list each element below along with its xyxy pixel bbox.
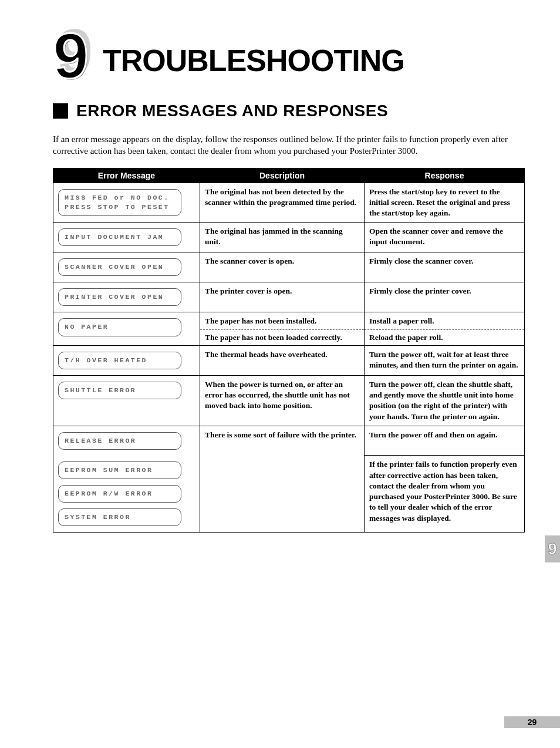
lcd-panel: PRINTER COVER OPEN <box>58 288 181 306</box>
response-cell: Turn the power off, clean the shuttle sh… <box>365 375 525 426</box>
table-row: INPUT DOCUMENT JAM The original has jamm… <box>53 223 525 252</box>
section-title: ERROR MESSAGES AND RESPONSES <box>76 102 388 120</box>
description-cell: The original has not been detected by th… <box>200 183 365 223</box>
description-cell: When the power is turned on, or after an… <box>200 375 365 426</box>
response-cell: If the printer fails to function properl… <box>365 456 525 533</box>
lcd-panel: MISS FED or NO DOC. PRESS STOP TO PESET <box>58 189 181 216</box>
message-cell: EEPROM SUM ERROR EEPROM R/W ERROR SYSTEM… <box>53 456 200 533</box>
page-number: 29 <box>528 717 537 727</box>
table-row: SHUTTLE ERROR When the power is turned o… <box>53 375 525 426</box>
lcd-panel: EEPROM SUM ERROR <box>58 461 181 479</box>
header-description: Description <box>200 168 365 183</box>
message-cell: SHUTTLE ERROR <box>53 375 200 426</box>
dashed-divider <box>365 329 524 330</box>
lcd-panel: SCANNER COVER OPEN <box>58 258 181 276</box>
response-cell: Install a paper roll. Reload the paper r… <box>365 312 525 345</box>
chapter-title: TROUBLESHOOTING <box>103 45 404 79</box>
table-row: MISS FED or NO DOC. PRESS STOP TO PESET … <box>53 183 525 223</box>
response-cell: Firmly close the scanner cover. <box>365 252 525 282</box>
lcd-panel: NO PAPER <box>58 318 181 336</box>
side-tab-number: 9 <box>548 540 557 558</box>
message-cell: PRINTER COVER OPEN <box>53 282 200 312</box>
response-cell: Turn the power off, wait for at least th… <box>365 345 525 375</box>
response-cell: Open the scanner cover and remove the in… <box>365 223 525 252</box>
table-row: RELEASE ERROR There is some sort of fail… <box>53 426 525 456</box>
lcd-panel: T/H OVER HEATED <box>58 352 181 369</box>
response-cell: Press the start/stop key to revert to th… <box>365 183 525 223</box>
response-cell: Turn the power off and then on again. <box>365 426 525 456</box>
message-cell: MISS FED or NO DOC. PRESS STOP TO PESET <box>53 183 200 223</box>
description-cell: The thermal heads have overheated. <box>200 345 365 375</box>
header-response: Response <box>365 168 525 183</box>
section-heading: ERROR MESSAGES AND RESPONSES <box>53 102 525 120</box>
description-cell: The scanner cover is open. <box>200 252 365 282</box>
message-cell: RELEASE ERROR <box>53 426 200 456</box>
description-cell: The original has jammed in the scanning … <box>200 223 365 252</box>
message-cell: NO PAPER <box>53 312 200 345</box>
page-number-bar: 29 <box>504 716 560 728</box>
description-cell: The printer cover is open. <box>200 282 365 312</box>
intro-paragraph: If an error message appears on the displ… <box>53 133 525 157</box>
section-bullet <box>53 103 68 119</box>
table-row: SCANNER COVER OPEN The scanner cover is … <box>53 252 525 282</box>
description-cell: There is some sort of failure with the p… <box>200 426 365 532</box>
lcd-panel: SHUTTLE ERROR <box>58 382 181 399</box>
table-row: PRINTER COVER OPEN The printer cover is … <box>53 282 525 312</box>
lcd-panel: SYSTEM ERROR <box>58 508 181 526</box>
lcd-line: MISS FED or NO DOC. <box>65 193 175 203</box>
lcd-panel: INPUT DOCUMENT JAM <box>58 228 181 246</box>
chapter-number: 9 9 <box>53 23 97 79</box>
header-message: Error Message <box>53 168 200 183</box>
table-row: T/H OVER HEATED The thermal heads have o… <box>53 345 525 375</box>
message-cell: INPUT DOCUMENT JAM <box>53 223 200 252</box>
response-cell: Firmly close the printer cover. <box>365 282 525 312</box>
side-tab: 9 <box>545 535 560 562</box>
lcd-line: PRESS STOP TO PESET <box>65 203 175 212</box>
table-header-row: Error Message Description Response <box>53 168 525 183</box>
lcd-panel: RELEASE ERROR <box>58 432 181 450</box>
description-cell: The paper has not been installed. The pa… <box>200 312 365 345</box>
message-cell: SCANNER COVER OPEN <box>53 252 200 282</box>
dashed-divider <box>200 329 364 330</box>
lcd-panel: EEPROM R/W ERROR <box>58 485 181 503</box>
chapter-heading: 9 9 TROUBLESHOOTING <box>53 23 525 79</box>
message-cell: T/H OVER HEATED <box>53 345 200 375</box>
error-table: Error Message Description Response MISS … <box>53 168 525 533</box>
table-row: NO PAPER The paper has not been installe… <box>53 312 525 345</box>
